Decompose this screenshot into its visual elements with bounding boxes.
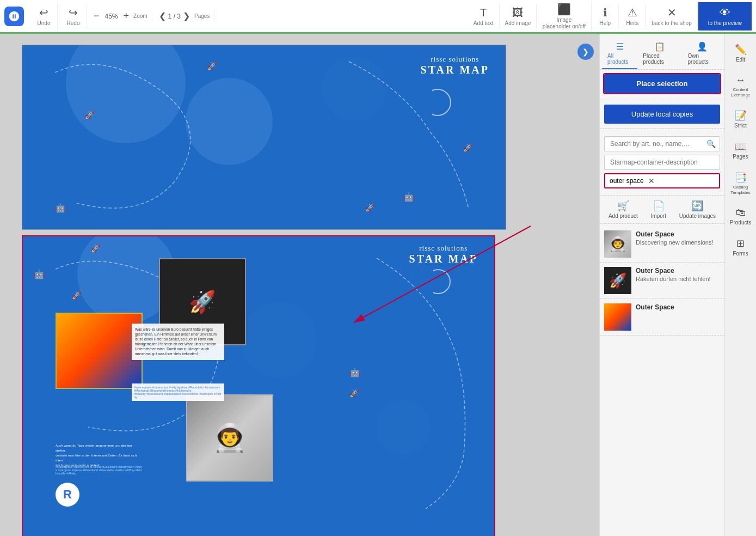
add-text-button[interactable]: T Add text [468, 4, 500, 28]
thumb-yellow [56, 313, 143, 389]
undo-button[interactable]: ↩ Undo [30, 4, 58, 28]
hints-icon: ⚠ [628, 6, 637, 19]
content-exchange-button[interactable]: ↔ Content Exchange [725, 69, 756, 103]
catalog-templates-icon: 📑 [735, 172, 747, 184]
search-input-wrap: 🔍 [604, 136, 720, 151]
tab-own-products[interactable]: 👤 Own products [683, 38, 723, 69]
page-bottom-selected[interactable]: rissc solutions STAR MAP 🚀 🚀 🚀 🤖 🤖 [22, 235, 495, 536]
update-images-icon: 🔄 [691, 200, 703, 212]
product-info-3: Outer Space [636, 303, 720, 312]
product-thumb-1: 👨‍🚀 [604, 230, 631, 258]
link-block: #spacegrace #outerspace #relly #galaxy #… [132, 383, 224, 401]
tab-placed-products[interactable]: 📋 Placed products [637, 38, 682, 69]
text-block: Was wäre es unserem Büro besucht hätte e… [132, 324, 224, 360]
rocket-icon: 🚀 [91, 244, 100, 253]
edit-icon: ✏️ [735, 44, 747, 56]
rocket-icon: 🚀 [463, 143, 472, 152]
prev-page-icon[interactable]: ❮ [159, 11, 166, 21]
image-placeholder-toggle[interactable]: ⬛ Image placeholder on/off [537, 1, 592, 32]
redo-icon: ↪ [69, 6, 78, 19]
product-list: 👨‍🚀 Outer Space Discovering new dimensio… [600, 224, 724, 338]
far-right-strip: ✏️ Edit ↔ Content Exchange 📝 Strict 📖 Pa… [724, 34, 756, 536]
product-thumb-2: 🚀 [604, 267, 631, 294]
rocket-icon: 🚀 [85, 111, 94, 119]
catalog-templates-button[interactable]: 📑 Catalog Templates [725, 166, 756, 200]
right-sidebar: ☰ All products 📋 Placed products 👤 Own p… [599, 34, 724, 536]
product-item[interactable]: Outer Space [600, 299, 724, 336]
import-icon: 📄 [653, 200, 665, 212]
rocket-icon: 🚀 [72, 291, 81, 300]
sidebar-tab-bar: ☰ All products 📋 Placed products 👤 Own p… [600, 34, 724, 70]
app-logo[interactable] [4, 7, 24, 26]
products-icon: 🛍 [736, 207, 746, 218]
undo-icon: ↩ [39, 6, 48, 19]
redo-button[interactable]: ↪ Redo [60, 4, 87, 28]
add-product-action[interactable]: 🛒 Add product [609, 200, 638, 219]
filter-tag-remove[interactable]: ✕ [648, 176, 655, 185]
preview-icon: 👁 [720, 7, 730, 19]
back-to-shop-button[interactable]: ✕ back to the shop [646, 4, 697, 28]
logo-circle: R [56, 483, 79, 507]
back-icon: ✕ [667, 6, 677, 19]
strict-button[interactable]: 📝 Strict [725, 104, 756, 134]
update-images-action[interactable]: 🔄 Update images [679, 200, 716, 219]
help-button[interactable]: ℹ Help [592, 4, 619, 28]
forms-button[interactable]: ⊞ Forms [725, 232, 756, 262]
zoom-out-icon[interactable]: − [94, 10, 100, 22]
robot-icon: 🤖 [349, 367, 360, 377]
text-icon: T [480, 7, 487, 19]
star-map-title-top: rissc solutions STAR MAP [421, 55, 489, 76]
add-product-icon: 🛒 [617, 200, 629, 212]
product-item[interactable]: 🚀 Outer Space Raketen dürfen nicht fehle… [600, 263, 724, 299]
zoom-in-icon[interactable]: + [124, 10, 130, 22]
add-image-button[interactable]: 🖼 Add image [500, 4, 537, 28]
products-panel-button[interactable]: 🛍 Products [725, 202, 756, 231]
pages-icon: 📖 [735, 141, 747, 153]
toolbar-right-actions: T Add text 🖼 Add image ⬛ Image placehold… [468, 1, 752, 32]
product-info-2: Outer Space Raketen dürfen nicht fehlen! [636, 267, 720, 282]
update-local-copies-button[interactable]: Update local copies [604, 105, 720, 124]
forms-icon: ⊞ [736, 237, 745, 249]
canvas-area[interactable]: ❯ [0, 34, 599, 536]
page-top: 🚀 🚀 🚀 🚀 🤖 🤖 rissc solutions STAR MAP [22, 45, 506, 230]
own-products-icon: 👤 [697, 41, 708, 52]
search-icon: 🔍 [706, 139, 716, 148]
robot-icon: 🤖 [55, 203, 66, 213]
pages-panel-button[interactable]: 📖 Pages [725, 135, 756, 165]
update-copies-section: Update local copies [600, 100, 724, 129]
next-page-icon[interactable]: ❯ [183, 11, 190, 21]
image-icon: 🖼 [512, 7, 523, 19]
tab-all-products[interactable]: ☰ All products [602, 38, 637, 69]
hints-button[interactable]: ⚠ Hints [619, 4, 646, 28]
product-item[interactable]: 👨‍🚀 Outer Space Discovering new dimensio… [600, 226, 724, 263]
robot-icon: 🤖 [34, 269, 45, 279]
star-map-title-bottom: rissc solutions STAR MAP [409, 244, 478, 265]
sidebar-toggle-button[interactable]: ❯ [577, 44, 594, 60]
canvas-document: 🚀 🚀 🚀 🚀 🤖 🤖 rissc solutions STAR MAP [22, 45, 506, 536]
toggle-icon: ⬛ [557, 3, 571, 16]
product-info-1: Outer Space Discovering new dimensions! [636, 230, 720, 246]
robot-icon: 🤖 [403, 192, 414, 202]
edit-panel-button[interactable]: ✏️ Edit [725, 38, 756, 68]
preview-button[interactable]: 👁 to the preview [698, 2, 752, 31]
rocket-icon: 🚀 [349, 389, 359, 398]
filter-tag: outer space ✕ [604, 173, 720, 188]
help-icon: ℹ [603, 6, 607, 19]
product-thumb-3 [604, 303, 631, 331]
search-input[interactable] [604, 136, 720, 151]
main-area: ❯ [0, 34, 756, 536]
page-navigation[interactable]: ❮ 1 / 3 ❯ Pages [155, 11, 215, 21]
product-actions: 🛒 Add product 📄 Import 🔄 Update images [600, 196, 724, 224]
strict-icon: 📝 [735, 109, 747, 121]
content-exchange-icon: ↔ [736, 75, 746, 86]
place-selection-section: Place selection [600, 70, 724, 100]
bottom-link: #spacegrace #universum #FrankfurtGalakti… [56, 465, 143, 475]
place-selection-button[interactable]: Place selection [604, 74, 720, 93]
bottom-text: Auch wenn du Tage wieder angenehmer und … [56, 443, 143, 468]
zoom-control[interactable]: − 45% + Zoom [89, 10, 152, 22]
thumb-astronaut-bottom: 👨‍🚀 [186, 394, 273, 482]
rocket-icon: 🚀 [207, 62, 217, 70]
search-section: 🔍 outer space ✕ [600, 129, 724, 196]
description-input[interactable] [604, 155, 720, 170]
import-action[interactable]: 📄 Import [651, 200, 666, 219]
